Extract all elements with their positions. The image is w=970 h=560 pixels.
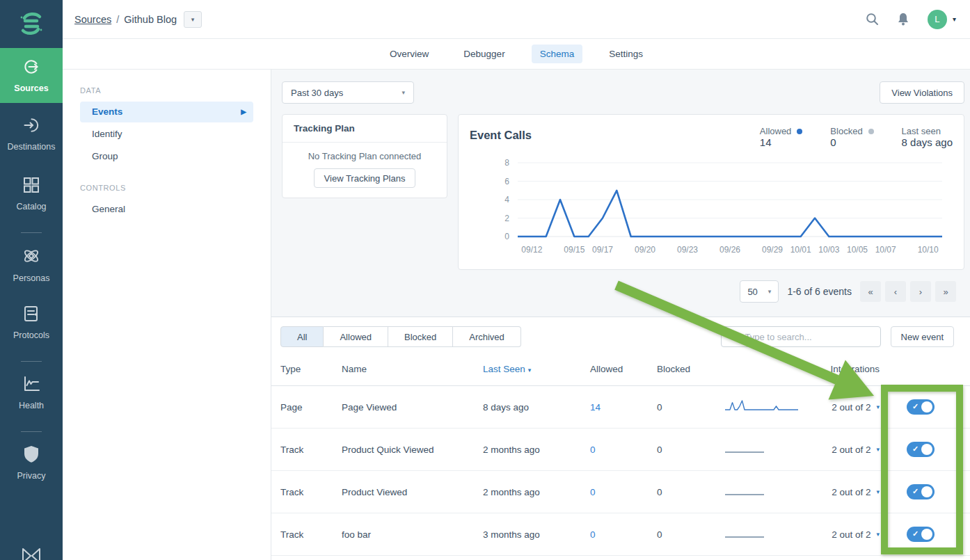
svg-text:09/17: 09/17 (592, 245, 613, 255)
cell-name: Page Viewed (342, 402, 483, 413)
sidebar-item-sources[interactable]: Sources (0, 48, 63, 103)
tracking-plan-title: Tracking Plan (283, 115, 447, 143)
legend-dot (797, 129, 802, 134)
cell-blocked: 0 (657, 445, 724, 455)
event-calls-chart: 0246809/1209/1509/1709/2009/2309/2609/29… (470, 153, 953, 259)
chevron-down-icon: ▾ (953, 15, 956, 23)
sidebar-item-protocols[interactable]: Protocols (0, 297, 63, 347)
cell-integrations[interactable]: 2 out of 2▾ (810, 445, 880, 455)
svg-text:10/03: 10/03 (818, 245, 839, 255)
column-header-last-seen[interactable]: Last Seen▾ (483, 364, 590, 374)
cell-name: foo bar (342, 529, 483, 540)
event-enabled-toggle[interactable]: ✓ (907, 527, 935, 542)
cell-type: Page (280, 402, 342, 413)
sidebar-item-privacy[interactable]: Privacy (0, 438, 63, 488)
events-table-header: TypeNameLast Seen▾AllowedBlockedIntegrat… (271, 353, 970, 386)
chevron-down-icon: ▾ (401, 89, 405, 96)
sidebar-divider (21, 232, 42, 233)
last-page-button[interactable]: » (935, 281, 956, 302)
cell-integrations[interactable]: 2 out of 2▾ (810, 487, 880, 497)
filter-all-button[interactable]: All (280, 326, 324, 347)
view-tracking-plans-button[interactable]: View Tracking Plans (314, 168, 416, 188)
cell-allowed-link[interactable]: 0 (590, 529, 657, 540)
event-enabled-toggle[interactable]: ✓ (907, 399, 935, 415)
connections-icon[interactable] (21, 547, 42, 560)
tab-overview[interactable]: Overview (381, 45, 437, 63)
row-sparkline (724, 398, 810, 417)
chart-legend: Allowed14Blocked0Last seen8 days ago (760, 126, 953, 149)
controls-section-items: General (63, 199, 271, 220)
chevron-down-icon: ▾ (191, 16, 195, 23)
panel-item-events[interactable]: Events▶ (80, 102, 253, 122)
personas-icon (22, 246, 41, 269)
data-section-items: Events▶IdentifyGroup (63, 102, 271, 167)
panel-item-identify[interactable]: Identify (80, 124, 253, 145)
cell-allowed-link[interactable]: 0 (590, 445, 657, 455)
tab-settings[interactable]: Settings (601, 45, 651, 63)
check-icon: ✓ (912, 402, 919, 411)
svg-text:09/26: 09/26 (719, 245, 740, 255)
svg-text:09/29: 09/29 (762, 245, 783, 255)
sidebar-item-personas[interactable]: Personas (0, 239, 63, 290)
sidebar-nav: SourcesDestinationsCatalogPersonasProtoc… (0, 48, 63, 488)
event-enabled-toggle[interactable]: ✓ (907, 442, 935, 457)
svg-text:2: 2 (504, 214, 509, 223)
next-page-button[interactable]: › (910, 281, 931, 302)
sources-icon (22, 58, 40, 79)
pagination-summary: 1-6 of 6 events (787, 286, 852, 297)
cell-last-seen: 3 months ago (483, 529, 590, 540)
svg-text:8: 8 (504, 158, 509, 168)
panel-item-general[interactable]: General (80, 199, 253, 220)
events-table-body: PagePage Viewed8 days ago1402 out of 2▾✓… (271, 386, 970, 556)
event-enabled-toggle[interactable]: ✓ (907, 484, 935, 499)
cell-allowed-link[interactable]: 0 (590, 487, 657, 497)
notifications-bell-icon[interactable] (897, 13, 909, 26)
tracking-plan-card: Tracking Plan No Tracking Plan connected… (282, 114, 447, 198)
page-size-select[interactable]: 50 ▾ (740, 280, 779, 303)
source-switcher-button[interactable]: ▾ (184, 11, 202, 28)
column-header-name: Name (342, 364, 483, 374)
first-page-button[interactable]: « (860, 281, 881, 302)
svg-text:4: 4 (504, 195, 509, 205)
filter-allowed-button[interactable]: Allowed (324, 326, 388, 347)
legend-allowed: Allowed14 (760, 126, 803, 149)
cell-allowed-link[interactable]: 14 (590, 402, 657, 413)
tab-schema[interactable]: Schema (532, 45, 583, 63)
events-table: TypeNameLast Seen▾AllowedBlockedIntegrat… (271, 353, 970, 556)
cell-integrations[interactable]: 2 out of 2▾ (810, 529, 880, 540)
filter-blocked-button[interactable]: Blocked (388, 326, 453, 347)
search-input[interactable] (744, 331, 873, 343)
sort-caret-icon: ▾ (528, 367, 532, 374)
avatar[interactable]: L (928, 10, 947, 29)
chevron-down-icon: ▾ (768, 288, 772, 295)
row-sparkline (724, 525, 810, 544)
segment-logo[interactable] (17, 0, 46, 48)
page-size-value: 50 (747, 287, 757, 297)
cell-type: Track (280, 529, 342, 540)
search-icon (729, 330, 738, 343)
search-icon[interactable] (866, 13, 879, 26)
check-icon: ✓ (912, 487, 919, 496)
event-search-box (721, 326, 881, 347)
sidebar-item-health[interactable]: Health (0, 367, 63, 417)
cell-last-seen: 2 months ago (483, 445, 590, 455)
data-section-heading: DATA (80, 86, 271, 95)
cell-type: Track (280, 487, 342, 497)
sidebar-divider (21, 431, 42, 432)
schema-toolbar: Past 30 days ▾ View Violations (271, 70, 970, 104)
sidebar-item-destinations[interactable]: Destinations (0, 109, 63, 159)
tab-debugger[interactable]: Debugger (455, 45, 513, 63)
breadcrumb-sources-link[interactable]: Sources (74, 14, 111, 25)
sidebar: SourcesDestinationsCatalogPersonasProtoc… (0, 0, 63, 560)
user-menu[interactable]: L ▾ (928, 10, 956, 29)
previous-page-button[interactable]: ‹ (885, 281, 906, 302)
panel-item-group[interactable]: Group (80, 146, 253, 167)
health-icon (22, 375, 41, 396)
filter-archived-button[interactable]: Archived (453, 326, 521, 347)
view-violations-button[interactable]: View Violations (880, 81, 964, 104)
new-event-button[interactable]: New event (891, 326, 954, 347)
cell-integrations[interactable]: 2 out of 2▾ (810, 402, 880, 413)
chevron-right-icon: ▶ (241, 106, 246, 118)
date-range-select[interactable]: Past 30 days ▾ (282, 81, 414, 104)
sidebar-item-catalog[interactable]: Catalog (0, 168, 63, 218)
